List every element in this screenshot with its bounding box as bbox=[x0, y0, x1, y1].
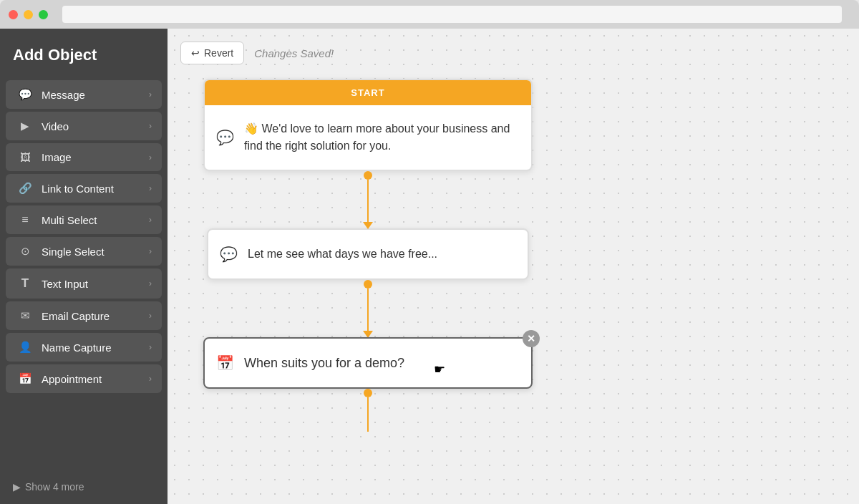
email-icon: ✉ bbox=[17, 309, 33, 322]
sidebar-label-email: Email Capture bbox=[42, 310, 110, 322]
chevron-icon-10: › bbox=[149, 374, 152, 384]
flow-diagram: START 💬 👋 We'd love to learn more about … bbox=[203, 79, 533, 432]
sidebar-label-name: Name Capture bbox=[42, 341, 112, 354]
appointment-node[interactable]: ✕ 📅 When suits you for a demo? ☛ bbox=[203, 337, 533, 389]
text-input-icon: T bbox=[17, 276, 33, 291]
show-more-label: Show 4 more bbox=[25, 481, 84, 493]
message-node-text: Let me see what days we have free... bbox=[248, 246, 437, 263]
sidebar-item-email-capture[interactable]: ✉ Email Capture › bbox=[6, 301, 162, 330]
connector-2 bbox=[364, 280, 372, 337]
sidebar-item-message[interactable]: 💬 Message › bbox=[6, 80, 162, 109]
traffic-light-yellow[interactable] bbox=[24, 10, 33, 19]
chevron-icon-6: › bbox=[149, 246, 152, 256]
chevron-icon: › bbox=[149, 89, 152, 100]
sidebar-label-multi-select: Multi Select bbox=[42, 214, 97, 226]
sidebar-item-image[interactable]: 🖼 Image › bbox=[6, 143, 162, 171]
sidebar-label-link: Link to Content bbox=[42, 183, 114, 195]
start-node-body: 💬 👋 We'd love to learn more about your b… bbox=[205, 105, 531, 170]
traffic-light-green[interactable] bbox=[39, 10, 48, 19]
sidebar-item-appointment[interactable]: 📅 Appointment › bbox=[6, 364, 162, 393]
traffic-light-red[interactable] bbox=[9, 10, 18, 19]
sidebar-title: Add Object bbox=[0, 29, 168, 79]
sidebar-label-message: Message bbox=[42, 89, 85, 101]
toolbar: ↩ Revert Changes Saved! bbox=[180, 42, 334, 64]
chevron-icon-3: › bbox=[149, 152, 152, 163]
chevron-icon-9: › bbox=[149, 342, 152, 352]
appointment-node-text: When suits you for a demo? bbox=[244, 354, 404, 373]
sidebar-label-image: Image bbox=[42, 151, 72, 163]
single-select-icon: ⊙ bbox=[17, 245, 33, 258]
speech-bubble-icon-1: 💬 bbox=[216, 129, 234, 146]
connector-bottom-line bbox=[367, 397, 369, 432]
connector-bottom-dot bbox=[364, 389, 372, 397]
sidebar-label-video: Video bbox=[42, 120, 69, 132]
connector-1 bbox=[364, 171, 372, 228]
sidebar-label-appointment: Appointment bbox=[42, 373, 102, 385]
connector-line-1 bbox=[367, 180, 369, 228]
url-bar[interactable] bbox=[62, 6, 842, 23]
revert-button[interactable]: ↩ Revert bbox=[180, 42, 244, 64]
sidebar-item-link-to-content[interactable]: 🔗 Link to Content › bbox=[6, 174, 162, 203]
calendar-icon: 📅 bbox=[17, 372, 33, 385]
sidebar-item-name-capture[interactable]: 👤 Name Capture › bbox=[6, 333, 162, 362]
connector-bottom bbox=[364, 389, 372, 432]
link-icon: 🔗 bbox=[17, 182, 33, 195]
chevron-right-icon: ▶ bbox=[13, 481, 21, 493]
start-node-text: 👋 We'd love to learn more about your bus… bbox=[244, 120, 520, 155]
close-button[interactable]: ✕ bbox=[523, 330, 540, 347]
chevron-icon-2: › bbox=[149, 121, 152, 131]
speech-bubble-icon-2: 💬 bbox=[220, 246, 238, 263]
show-more-button[interactable]: ▶ Show 4 more bbox=[0, 470, 168, 504]
connector-dot-1 bbox=[364, 171, 372, 180]
chevron-icon-4: › bbox=[149, 183, 152, 193]
browser-chrome bbox=[0, 0, 859, 29]
sidebar-item-video[interactable]: ▶ Video › bbox=[6, 112, 162, 140]
cursor-icon: ☛ bbox=[434, 362, 445, 377]
changes-saved-status: Changes Saved! bbox=[254, 47, 334, 59]
start-node-header: START bbox=[205, 80, 531, 105]
sidebar-item-text-input[interactable]: T Text Input › bbox=[6, 268, 162, 299]
revert-label: Revert bbox=[204, 47, 233, 59]
chevron-icon-7: › bbox=[149, 278, 152, 289]
connector-dot-2 bbox=[364, 280, 372, 289]
sidebar-label-text-input: Text Input bbox=[42, 278, 88, 290]
person-icon: 👤 bbox=[17, 341, 33, 354]
sidebar-label-single-select: Single Select bbox=[42, 246, 105, 258]
sidebar-item-single-select[interactable]: ⊙ Single Select › bbox=[6, 237, 162, 266]
chevron-icon-5: › bbox=[149, 215, 152, 225]
message-node[interactable]: 💬 Let me see what days we have free... bbox=[207, 228, 529, 280]
undo-icon: ↩ bbox=[191, 47, 200, 59]
connector-line-2 bbox=[367, 289, 369, 337]
video-icon: ▶ bbox=[17, 120, 33, 132]
start-node[interactable]: START 💬 👋 We'd love to learn more about … bbox=[203, 79, 533, 171]
sidebar: Add Object 💬 Message › ▶ Video › 🖼 Image… bbox=[0, 29, 168, 504]
message-icon: 💬 bbox=[17, 88, 33, 101]
sidebar-item-multi-select[interactable]: ≡ Multi Select › bbox=[6, 205, 162, 234]
calendar-icon-flow: 📅 bbox=[216, 354, 234, 372]
image-icon: 🖼 bbox=[17, 151, 33, 163]
chevron-icon-8: › bbox=[149, 311, 152, 321]
canvas-area: ↩ Revert Changes Saved! START 💬 👋 We'd l… bbox=[168, 29, 859, 504]
multi-select-icon: ≡ bbox=[17, 213, 33, 226]
